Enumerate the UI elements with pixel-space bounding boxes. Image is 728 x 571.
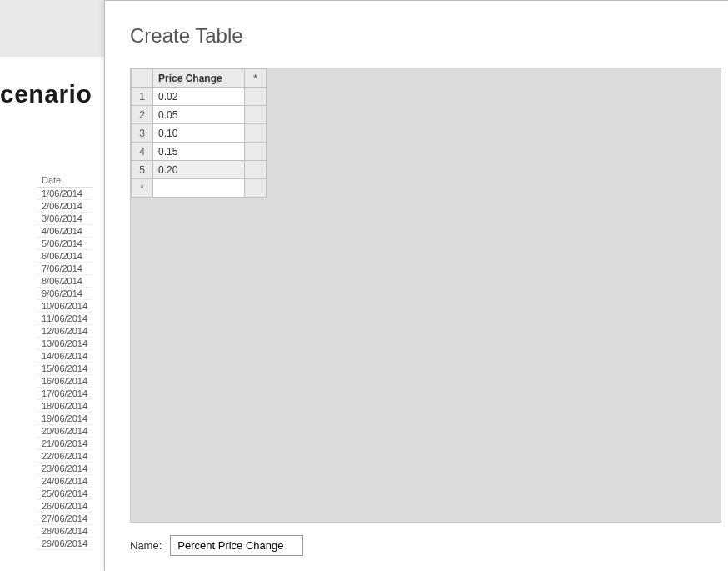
date-cell: 4/06/2014 xyxy=(37,225,92,238)
date-cell: 28/06/2014 xyxy=(37,525,92,538)
date-cell: 9/06/2014 xyxy=(37,288,92,300)
cell-price-change[interactable]: 0.05 xyxy=(153,106,245,124)
date-cell: 5/06/2014 xyxy=(37,238,92,250)
row-number[interactable]: 1 xyxy=(132,88,153,106)
column-header-price-change[interactable]: Price Change xyxy=(153,69,245,88)
cell-empty[interactable] xyxy=(245,143,267,161)
date-cell: 6/06/2014 xyxy=(37,250,92,263)
date-column-body: 1/06/20142/06/20143/06/20144/06/20145/06… xyxy=(37,188,92,550)
table-row[interactable]: 40.15 xyxy=(132,143,267,161)
date-cell: 7/06/2014 xyxy=(37,263,92,275)
table-row[interactable]: 20.05 xyxy=(132,106,267,124)
date-cell: 27/06/2014 xyxy=(37,513,92,525)
date-cell: 21/06/2014 xyxy=(37,438,92,450)
table-row[interactable]: 50.20 xyxy=(132,161,267,179)
name-row: Name: xyxy=(130,535,303,556)
date-cell: 17/06/2014 xyxy=(37,388,92,400)
date-cell: 26/06/2014 xyxy=(37,500,92,513)
date-column-header: Date xyxy=(37,173,92,188)
background-top-band xyxy=(0,0,104,57)
date-cell: 24/06/2014 xyxy=(37,475,92,488)
cell-price-change[interactable]: 0.15 xyxy=(153,143,245,161)
date-cell: 3/06/2014 xyxy=(37,213,92,225)
date-cell: 11/06/2014 xyxy=(37,313,92,325)
row-number[interactable]: 5 xyxy=(132,161,153,179)
cell-price-change[interactable]: 0.02 xyxy=(153,88,245,106)
date-cell: 16/06/2014 xyxy=(37,375,92,388)
create-table-dialog: Create Table Price Change * 10.0220.0530… xyxy=(104,0,728,571)
date-cell: 18/06/2014 xyxy=(37,400,92,413)
date-cell: 29/06/2014 xyxy=(37,538,92,550)
date-cell: 22/06/2014 xyxy=(37,450,92,463)
cell-price-change-empty[interactable] xyxy=(153,179,245,198)
table-editor-area[interactable]: Price Change * 10.0220.0530.1040.1550.20… xyxy=(130,68,721,523)
date-cell: 8/06/2014 xyxy=(37,275,92,288)
cell-empty[interactable] xyxy=(245,88,267,106)
new-row[interactable]: * xyxy=(132,179,267,198)
cell-price-change[interactable]: 0.20 xyxy=(153,161,245,179)
date-cell: 20/06/2014 xyxy=(37,425,92,438)
add-row-marker[interactable]: * xyxy=(132,179,153,198)
date-cell: 10/06/2014 xyxy=(37,300,92,313)
dialog-title: Create Table xyxy=(130,24,243,48)
date-cell: 1/06/2014 xyxy=(37,188,92,200)
corner-header xyxy=(132,69,153,88)
background-date-table: Date 1/06/20142/06/20143/06/20144/06/201… xyxy=(37,173,92,550)
data-entry-grid[interactable]: Price Change * 10.0220.0530.1040.1550.20… xyxy=(131,68,267,198)
date-cell: 14/06/2014 xyxy=(37,350,92,363)
cell-price-change[interactable]: 0.10 xyxy=(153,124,245,143)
table-row[interactable]: 30.10 xyxy=(132,124,267,143)
table-row[interactable]: 10.02 xyxy=(132,88,267,106)
background-heading-fragment: cenario xyxy=(0,80,92,108)
date-cell: 13/06/2014 xyxy=(37,338,92,350)
date-cell: 12/06/2014 xyxy=(37,325,92,338)
cell-empty[interactable] xyxy=(245,179,267,198)
date-cell: 23/06/2014 xyxy=(37,463,92,475)
date-cell: 19/06/2014 xyxy=(37,413,92,425)
row-number[interactable]: 3 xyxy=(132,124,153,143)
cell-empty[interactable] xyxy=(245,106,267,124)
row-number[interactable]: 4 xyxy=(132,143,153,161)
name-label: Name: xyxy=(130,539,162,552)
add-column-marker[interactable]: * xyxy=(245,69,267,88)
date-cell: 15/06/2014 xyxy=(37,363,92,375)
table-name-input[interactable] xyxy=(170,535,303,556)
date-cell: 25/06/2014 xyxy=(37,488,92,500)
row-number[interactable]: 2 xyxy=(132,106,153,124)
date-cell: 2/06/2014 xyxy=(37,200,92,213)
cell-empty[interactable] xyxy=(245,124,267,143)
cell-empty[interactable] xyxy=(245,161,267,179)
